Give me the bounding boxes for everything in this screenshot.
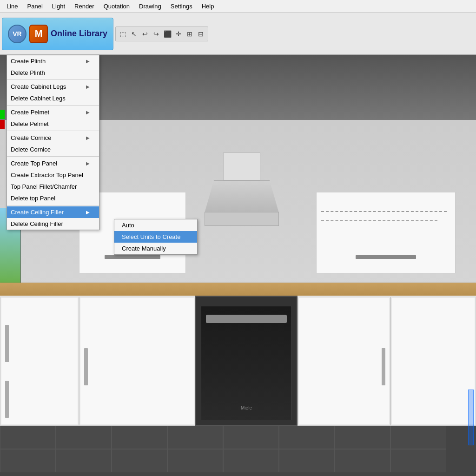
floor-tile-11	[112, 449, 167, 472]
dashed-line-upper-right-2	[321, 220, 437, 221]
menu-item-light[interactable]: Light	[47, 1, 70, 12]
toolbar: VR M Online Library ⬚ ↖ ↩ ↪ ⬛ ✛ ⊞ ⊟	[0, 13, 476, 55]
floor-tile-5	[223, 426, 279, 449]
floor-tile-15	[335, 449, 390, 472]
floor-tile-7	[335, 426, 390, 449]
indicator-green	[0, 110, 5, 119]
floor	[0, 426, 476, 476]
oven-brand: Miele	[201, 405, 291, 410]
menu-item-panel[interactable]: Panel	[23, 1, 47, 12]
floor-tile-2	[56, 426, 112, 449]
divider-2	[7, 105, 99, 106]
divider-1	[7, 79, 99, 80]
online-library-button[interactable]: VR M Online Library	[2, 18, 113, 50]
divider-5	[7, 205, 99, 205]
vr-badge: VR	[8, 25, 26, 43]
upper-cabinet-right	[316, 192, 456, 273]
toolbar-icon-resize[interactable]: ⊞	[185, 29, 195, 39]
menu-create-cornice[interactable]: Create Cornice ▶	[7, 132, 99, 144]
floor-tile-6	[279, 426, 335, 449]
menu-item-render[interactable]: Render	[70, 1, 99, 12]
hood-bottom	[205, 212, 279, 226]
menu-item-line[interactable]: Line	[2, 1, 23, 12]
menu-item-help[interactable]: Help	[197, 1, 219, 12]
main-view: Miele Create Plinth	[0, 55, 476, 476]
submenu: Auto Select Units to Create Create Manua…	[114, 219, 198, 255]
menu-create-cabinet-legs[interactable]: Create Cabinet Legs ▶	[7, 81, 99, 93]
dashed-line-upper-right-1	[321, 211, 447, 212]
menu-create-pelmet[interactable]: Create Pelmet ▶	[7, 106, 99, 118]
divider-4	[7, 156, 99, 157]
cabinet-door-far-left	[0, 297, 79, 426]
toolbar-icon-select[interactable]: ⬚	[118, 29, 128, 39]
floor-tile-4	[167, 426, 223, 449]
floor-tile-9	[0, 449, 56, 472]
toolbar-icon-view[interactable]: ⊟	[196, 29, 206, 39]
context-menu: Create Plinth ▶ Delete Plinth Create Cab…	[7, 55, 99, 230]
floor-tile-13	[223, 449, 279, 472]
menu-create-extractor-top-panel[interactable]: Create Extractor Top Panel	[7, 169, 99, 181]
menu-top-panel-fillet[interactable]: Top Panel Fillet/Chamfer	[7, 181, 99, 192]
oven-handle	[206, 315, 287, 323]
handle-upper-left	[105, 255, 160, 259]
cabinet-door-far-right	[390, 297, 476, 426]
menu-create-top-panel[interactable]: Create Top Panel ▶	[7, 158, 99, 169]
arrow-pelmet: ▶	[86, 110, 90, 115]
toolbar-icon-undo[interactable]: ↩	[140, 29, 150, 39]
oven: Miele	[195, 296, 298, 426]
menu-delete-cabinet-legs[interactable]: Delete Cabinet Legs	[7, 93, 99, 104]
worktop	[0, 283, 476, 296]
right-scroll-indicator	[468, 390, 474, 445]
hood-body	[205, 180, 279, 213]
menu-item-quotation[interactable]: Quotation	[99, 1, 134, 12]
cabinet-door-left	[79, 297, 195, 426]
toolbar-icon-group[interactable]: ⬛	[162, 29, 172, 39]
arrow-cabinet-legs: ▶	[86, 84, 90, 89]
arrow-cornice: ▶	[86, 135, 90, 140]
submenu-select-units[interactable]: Select Units to Create	[114, 231, 197, 243]
handle-far-left-bottom	[5, 381, 9, 418]
floor-tile-16	[390, 449, 446, 472]
menu-item-settings[interactable]: Settings	[166, 1, 197, 12]
cabinet-door-right-oven	[298, 297, 390, 426]
arrow-top-panel: ▶	[86, 161, 90, 166]
online-library-text: Online Library	[51, 29, 107, 39]
submenu-create-manually[interactable]: Create Manually	[114, 243, 197, 254]
divider-3	[7, 131, 99, 131]
hood-top	[223, 152, 260, 180]
toolbar-icons: ⬚ ↖ ↩ ↪ ⬛ ✛ ⊞ ⊟	[115, 26, 208, 41]
handle-right-oven	[382, 348, 385, 385]
floor-tile-10	[56, 449, 112, 472]
submenu-auto[interactable]: Auto	[114, 219, 197, 231]
arrow-ceiling-filler: ▶	[86, 210, 90, 215]
handle-far-left-top	[5, 325, 9, 362]
menu-delete-top-panel[interactable]: Delete top Panel	[7, 192, 99, 204]
floor-tile-12	[167, 449, 223, 472]
menu-create-plinth[interactable]: Create Plinth ▶	[7, 55, 99, 67]
floor-tile-1	[0, 426, 56, 449]
menu-delete-ceiling-filler[interactable]: Delete Ceiling Filler	[7, 218, 99, 230]
side-panel	[0, 110, 6, 138]
m-badge: M	[29, 25, 48, 43]
menu-delete-plinth[interactable]: Delete Plinth	[7, 67, 99, 79]
oven-door: Miele	[201, 306, 292, 420]
handle-left	[84, 348, 88, 385]
floor-tile-14	[279, 449, 335, 472]
menu-delete-pelmet[interactable]: Delete Pelmet	[7, 118, 99, 130]
indicator-red	[0, 120, 5, 129]
floor-tile-3	[112, 426, 167, 449]
range-hood	[195, 152, 288, 227]
arrow-plinth: ▶	[86, 59, 90, 64]
toolbar-icon-redo[interactable]: ↪	[151, 29, 161, 39]
menu-create-ceiling-filler[interactable]: Create Ceiling Filler ▶	[7, 206, 99, 218]
toolbar-icon-move[interactable]: ✛	[173, 29, 184, 39]
handle-upper-right	[356, 255, 416, 259]
floor-tile-8	[390, 426, 446, 449]
toolbar-icon-pointer[interactable]: ↖	[129, 29, 139, 39]
menu-delete-cornice[interactable]: Delete Cornice	[7, 144, 99, 155]
menu-item-drawing[interactable]: Drawing	[134, 1, 166, 12]
menubar: Line Panel Light Render Quotation Drawin…	[0, 0, 476, 13]
